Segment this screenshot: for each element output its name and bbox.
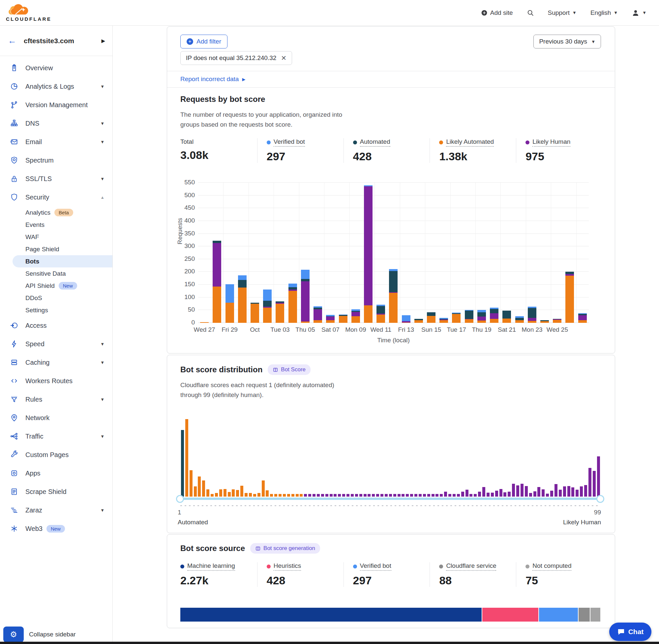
network-icon (10, 414, 19, 422)
bar-slot (425, 183, 438, 323)
slider-handle-min[interactable] (176, 495, 184, 503)
chat-button[interactable]: Chat (609, 623, 652, 641)
sidebar-item-email[interactable]: Email▼ (0, 133, 112, 151)
slider-handle-max[interactable] (596, 495, 604, 503)
sidebar-item-zaraz[interactable]: Zaraz▼ (0, 501, 112, 519)
hist-slot (354, 419, 359, 497)
preferences-button[interactable]: ⚙ (3, 626, 24, 642)
sidebar-item-rules[interactable]: Rules▼ (0, 390, 112, 409)
hist-slot (359, 419, 363, 497)
likely-human-segment (351, 312, 360, 316)
score-max-value: 99 (594, 509, 601, 516)
stat-label: Likely Automated (446, 138, 494, 147)
sidebar-item-analytics-logs[interactable]: Analytics & Logs▼ (0, 77, 112, 96)
score-93-bar (571, 487, 574, 497)
distribution-histogram (180, 419, 600, 497)
score-69-bar (469, 494, 472, 497)
sidebar-item-network[interactable]: Network (0, 409, 112, 427)
sidebar-item-api-shield[interactable]: API ShieldNew (0, 280, 112, 292)
verified-bot-segment (226, 284, 234, 303)
bar-slot (450, 183, 463, 323)
heuristics-segment (482, 608, 539, 622)
sidebar-item-overview[interactable]: Overview (0, 59, 112, 77)
sidebar-item-analytics[interactable]: AnalyticsBeta (0, 206, 112, 218)
sidebar-item-settings[interactable]: Settings (0, 304, 112, 316)
bar-slot (236, 183, 249, 323)
likely-automated-segment (427, 316, 436, 323)
bot-score-badge[interactable]: Bot Score (268, 364, 310, 375)
sidebar-item-speed[interactable]: Speed▼ (0, 335, 112, 353)
sidebar-item-spectrum[interactable]: Spectrum (0, 151, 112, 169)
sidebar-item-traffic[interactable]: Traffic▼ (0, 427, 112, 445)
score-slider-track[interactable] (178, 498, 603, 500)
y-tick-label: 500 (175, 191, 195, 199)
hist-slot (244, 419, 248, 497)
bar-slot (463, 183, 475, 323)
likely-automated-segment (490, 319, 498, 323)
sidebar-item-access[interactable]: Access (0, 316, 112, 335)
stat-label: Likely Human (533, 138, 570, 147)
zaraz-icon (10, 506, 19, 514)
rules-icon (10, 395, 19, 404)
sidebar-item-events[interactable]: Events (0, 218, 112, 231)
divider (167, 87, 615, 88)
bot-score-generation-badge[interactable]: Bot score generation (250, 543, 320, 554)
y-tick-label: 50 (175, 306, 195, 313)
sidebar-item-dns[interactable]: DNS▼ (0, 114, 112, 133)
hist-slot (571, 419, 575, 497)
sidebar-item-security[interactable]: Security▲ (0, 188, 112, 206)
sidebar-item-version-management[interactable]: Version Management (0, 96, 112, 114)
sidebar-item-page-shield[interactable]: Page Shield (0, 243, 112, 255)
likely-automated-segment (326, 320, 335, 323)
sidebar-item-custom-pages[interactable]: Custom Pages (0, 445, 112, 464)
user-icon (632, 9, 639, 17)
version-icon (10, 100, 19, 109)
close-icon[interactable]: ✕ (281, 54, 286, 62)
date-range-dropdown[interactable]: Previous 30 days ▼ (534, 34, 601, 48)
score-38-bar (338, 494, 341, 497)
score-16-bar (244, 493, 248, 497)
stat-heuristics: Heuristics428 (257, 562, 344, 587)
score-34-bar (321, 494, 324, 497)
likely-automated-segment (288, 291, 297, 323)
bar-slot (362, 183, 375, 323)
filter-chip[interactable]: IP does not equal 35.212.240.32 ✕ (180, 51, 292, 65)
score-80-bar (516, 485, 519, 497)
hist-slot (350, 419, 354, 497)
language-menu[interactable]: English▼ (590, 9, 618, 17)
hist-slot (380, 419, 384, 497)
sidebar-item-workers-routes[interactable]: Workers Routes (0, 372, 112, 390)
sidebar-item-caching[interactable]: Caching▼ (0, 353, 112, 372)
chevron-down-icon: ▼ (100, 342, 104, 347)
score-58-bar (423, 494, 426, 497)
score-7-bar (206, 489, 209, 497)
sidebar-item-sensitive-data[interactable]: Sensitive Data (0, 268, 112, 280)
search-button[interactable] (527, 9, 534, 17)
score-89-bar (555, 484, 558, 497)
collapse-sidebar-button[interactable]: Collapse sidebar (29, 631, 76, 638)
sidebar-item-ssl-tls[interactable]: SSL/TLS▼ (0, 169, 112, 188)
sidebar-item-bots[interactable]: Bots (13, 255, 112, 268)
cloudflare-logo[interactable]: CLOUDFLARE (6, 4, 51, 22)
add-filter-button[interactable]: + Add filter (180, 34, 228, 48)
add-site-button[interactable]: Add site (481, 9, 513, 17)
hist-slot (520, 419, 524, 497)
bar-slot (375, 183, 387, 323)
hist-slot (316, 419, 321, 497)
sidebar-item-waf[interactable]: WAF (0, 231, 112, 243)
report-incorrect-data-link[interactable]: Report incorrect data▶ (180, 75, 245, 83)
site-expand-icon[interactable]: ▶ (101, 38, 105, 44)
sidebar-item-scrape-shield[interactable]: Scrape Shield (0, 482, 112, 501)
support-menu[interactable]: Support▼ (548, 9, 576, 17)
sidebar-item-ddos[interactable]: DDoS (0, 292, 112, 304)
hist-slot (562, 419, 567, 497)
hist-slot (549, 419, 554, 497)
score-32-bar (312, 494, 315, 497)
sidebar-item-apps[interactable]: Apps (0, 464, 112, 482)
back-arrow-icon[interactable]: ← (8, 36, 17, 46)
hist-slot (588, 419, 592, 497)
sidebar-item-web3[interactable]: Web3New (0, 519, 112, 538)
hist-slot (567, 419, 571, 497)
likely-human-dot (525, 140, 529, 144)
account-menu[interactable]: ▼ (632, 9, 646, 17)
